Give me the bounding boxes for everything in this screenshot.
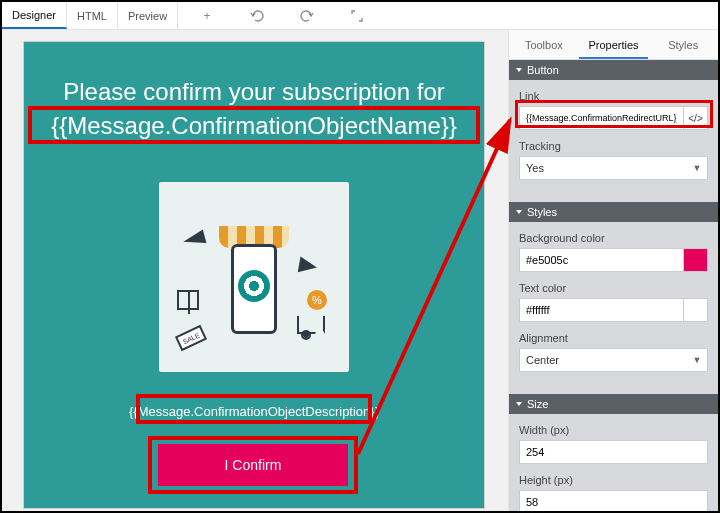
tab-html[interactable]: HTML (67, 2, 118, 29)
height-input[interactable] (520, 491, 707, 511)
headline-text: Please confirm your subscription for (24, 78, 484, 106)
height-field[interactable] (519, 490, 708, 511)
section-size[interactable]: Size (509, 394, 718, 414)
hero-illustration: % SALE (159, 182, 349, 372)
add-icon[interactable]: + (198, 7, 216, 25)
merge-object-description: {{Message.ConfirmationObjectDescription}… (24, 404, 484, 419)
email-canvas[interactable]: Please confirm your subscription for {{M… (24, 42, 484, 508)
tracking-label: Tracking (519, 140, 708, 152)
panel-tab-toolbox[interactable]: Toolbox (509, 30, 579, 59)
bgcolor-swatch[interactable] (683, 249, 707, 271)
bgcolor-input[interactable] (520, 249, 683, 271)
link-label: Link (519, 90, 708, 102)
textcolor-label: Text color (519, 282, 708, 294)
code-icon[interactable]: </> (683, 107, 707, 129)
link-field[interactable]: </> (519, 106, 708, 130)
fullscreen-icon[interactable] (348, 7, 366, 25)
tab-designer[interactable]: Designer (2, 2, 67, 29)
height-label: Height (px) (519, 474, 708, 486)
bgcolor-label: Background color (519, 232, 708, 244)
textcolor-input[interactable] (520, 299, 683, 321)
tab-preview[interactable]: Preview (118, 2, 178, 29)
link-input[interactable] (520, 107, 683, 129)
chevron-down-icon: ▼ (687, 355, 707, 365)
section-styles[interactable]: Styles (509, 202, 718, 222)
bgcolor-field[interactable] (519, 248, 708, 272)
merge-object-name: {{Message.ConfirmationObjectName}} (24, 112, 484, 140)
panel-tab-properties[interactable]: Properties (579, 30, 649, 59)
width-field[interactable] (519, 440, 708, 464)
chevron-down-icon: ▼ (687, 163, 707, 173)
tracking-value: Yes (520, 162, 687, 174)
align-field[interactable]: Center ▼ (519, 348, 708, 372)
properties-panel: Toolbox Properties Styles Button Link </… (508, 30, 718, 511)
textcolor-swatch[interactable] (683, 299, 707, 321)
panel-tab-styles[interactable]: Styles (648, 30, 718, 59)
textcolor-field[interactable] (519, 298, 708, 322)
align-value: Center (520, 354, 687, 366)
tracking-field[interactable]: Yes ▼ (519, 156, 708, 180)
undo-icon[interactable] (248, 7, 266, 25)
align-label: Alignment (519, 332, 708, 344)
width-label: Width (px) (519, 424, 708, 436)
redo-icon[interactable] (298, 7, 316, 25)
width-input[interactable] (520, 441, 707, 463)
confirm-button[interactable]: I Confirm (158, 444, 348, 486)
section-button[interactable]: Button (509, 60, 718, 80)
